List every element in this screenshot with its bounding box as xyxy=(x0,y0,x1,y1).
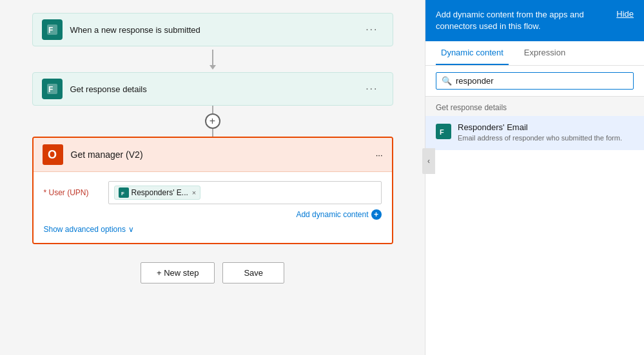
active-step-more-btn[interactable]: ··· xyxy=(376,150,383,160)
dynamic-item-description: Email address of responder who submitted… xyxy=(458,133,634,143)
step2-more-btn[interactable]: ··· xyxy=(360,81,383,97)
add-dynamic-content-btn[interactable]: Add dynamic content + xyxy=(296,209,381,220)
step-get-response-details: F Get response details ··· xyxy=(32,72,393,106)
panel-search: 🔍 xyxy=(425,66,644,97)
active-step-header: O Get manager (V2) ··· xyxy=(34,138,392,172)
dynamic-item-content: Responders' Email Email address of respo… xyxy=(458,122,634,143)
panel-section-label: Get response details xyxy=(425,97,644,116)
add-dynamic-label: Add dynamic content xyxy=(296,210,368,219)
field-row-upn: User (UPN) F Responders' E... × xyxy=(44,181,382,204)
step2-title: Get response details xyxy=(70,84,361,94)
active-step-get-manager: O Get manager (V2) ··· User (UPN) F xyxy=(32,137,393,244)
chevron-down-icon: ∨ xyxy=(128,225,134,234)
connector-arrow-1 xyxy=(210,65,216,70)
show-advanced-label: Show advanced options xyxy=(44,225,126,234)
active-step-title: Get manager (V2) xyxy=(71,149,376,160)
office-icon: O xyxy=(43,144,63,165)
new-step-button[interactable]: + New step xyxy=(141,262,215,283)
svg-text:F: F xyxy=(48,26,53,35)
tab-expression[interactable]: Expression xyxy=(519,41,571,65)
svg-text:O: O xyxy=(48,148,57,161)
add-dynamic-row: Add dynamic content + xyxy=(44,209,382,220)
svg-text:F: F xyxy=(121,191,124,197)
plus-connector: + xyxy=(205,106,220,137)
token-close-btn[interactable]: × xyxy=(192,189,196,197)
search-box: 🔍 xyxy=(436,72,634,90)
panel-collapse-btn[interactable]: ‹ xyxy=(422,148,435,174)
tab-dynamic-content[interactable]: Dynamic content xyxy=(436,41,509,65)
token-label: Responders' E... xyxy=(132,188,188,197)
dynamic-item-responders-email[interactable]: F Responders' Email Email address of res… xyxy=(425,116,644,149)
plus-line-top xyxy=(212,106,213,113)
step2-icon: F xyxy=(42,79,63,99)
dynamic-item-icon: F xyxy=(436,124,451,139)
search-input[interactable] xyxy=(456,76,628,86)
token-icon: F xyxy=(119,187,129,198)
field-input-upn[interactable]: F Responders' E... × xyxy=(108,181,382,204)
step-when-new-response: F When a new response is submitted ··· xyxy=(32,13,393,46)
add-dynamic-plus-icon: + xyxy=(371,209,382,220)
token-tag-responders: F Responders' E... × xyxy=(114,186,201,200)
panel-hide-btn[interactable]: Hide xyxy=(616,9,634,19)
save-button[interactable]: Save xyxy=(222,262,284,283)
field-label-upn: User (UPN) xyxy=(44,188,108,197)
step1-more-btn[interactable]: ··· xyxy=(360,21,383,38)
add-step-btn[interactable]: + xyxy=(205,113,220,129)
panel-header: Add dynamic content from the apps and co… xyxy=(425,0,644,41)
panel-header-text: Add dynamic content from the apps and co… xyxy=(436,9,609,32)
dynamic-item-title: Responders' Email xyxy=(458,122,634,132)
step1-icon: F xyxy=(42,19,63,40)
svg-text:F: F xyxy=(440,128,444,136)
plus-line-bottom xyxy=(212,129,213,137)
side-panel: Add dynamic content from the apps and co… xyxy=(425,0,644,355)
svg-text:F: F xyxy=(48,85,53,94)
connector-line-1 xyxy=(212,50,213,65)
show-advanced-options-btn[interactable]: Show advanced options ∨ xyxy=(44,225,382,234)
search-icon: 🔍 xyxy=(442,76,452,86)
step1-title: When a new response is submitted xyxy=(70,25,361,35)
panel-tabs: Dynamic content Expression xyxy=(425,41,644,66)
active-step-body: User (UPN) F Responders' E... × xyxy=(34,172,392,243)
connector-1 xyxy=(210,46,216,72)
bottom-actions: + New step Save xyxy=(141,262,284,283)
